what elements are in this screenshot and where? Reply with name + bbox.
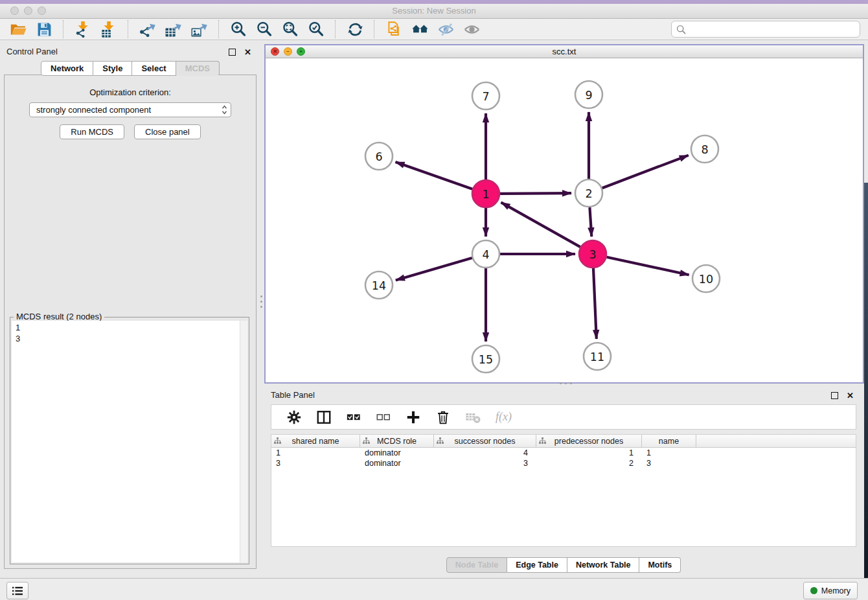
svg-text:15: 15 — [479, 353, 493, 366]
mcds-result-area[interactable]: 13 — [12, 321, 247, 562]
close-panel-icon[interactable]: ✕ — [244, 48, 251, 56]
graph-node-11[interactable]: 11 — [584, 343, 611, 370]
function-builder-icon[interactable]: f(x) — [496, 410, 512, 424]
graph-edge-2-3[interactable] — [589, 207, 591, 237]
float-table-panel-icon[interactable] — [831, 392, 838, 399]
table-row[interactable]: 1dominator411 — [271, 448, 856, 458]
import-table-icon[interactable] — [98, 19, 120, 39]
run-mcds-button[interactable]: Run MCDS — [60, 124, 124, 139]
cell-MCDS-role[interactable]: dominator — [360, 459, 434, 468]
tab-select[interactable]: Select — [132, 61, 176, 76]
window-title: Session: New Session — [0, 6, 868, 16]
close-table-panel-icon[interactable]: ✕ — [847, 391, 854, 400]
delete-column-icon[interactable] — [462, 408, 484, 427]
graph-node-4[interactable]: 4 — [472, 240, 499, 268]
tab-edge-table[interactable]: Edge Table — [507, 557, 567, 573]
toolbar-separator — [128, 20, 129, 38]
result-scrollbar[interactable] — [240, 321, 247, 562]
add-row-icon[interactable] — [402, 408, 424, 427]
memory-button[interactable]: Memory — [803, 582, 858, 599]
tab-network-table[interactable]: Network Table — [567, 557, 640, 573]
column-header-MCDS-role[interactable]: MCDS role — [360, 435, 434, 447]
svg-text:1: 1 — [482, 188, 489, 201]
cell-name[interactable]: 1 — [642, 448, 696, 457]
search-input[interactable] — [689, 24, 860, 35]
table-panel: Table Panel ✕ f(x) shared nameMCDS roles… — [264, 387, 863, 575]
import-network-icon[interactable] — [72, 19, 94, 39]
cell-name[interactable]: 3 — [642, 459, 696, 468]
network-from-selection-icon[interactable] — [383, 19, 405, 39]
network-window-titlebar[interactable]: ✕ − + scc.txt — [266, 45, 863, 58]
cell-shared-name[interactable]: 3 — [271, 459, 360, 468]
cell-predecessor-nodes[interactable]: 1 — [536, 448, 642, 457]
export-image-icon[interactable] — [188, 19, 211, 39]
graph-node-10[interactable]: 10 — [692, 265, 720, 292]
tab-node-table[interactable]: Node Table — [446, 557, 507, 573]
column-header-successor-nodes[interactable]: successor nodes — [434, 435, 536, 447]
control-panel: Control Panel ✕ NetworkStyleSelectMCDS O… — [0, 44, 260, 575]
table-panel-header: Table Panel ✕ — [264, 387, 863, 403]
table-settings-icon[interactable] — [283, 408, 305, 427]
graph-node-2[interactable]: 2 — [575, 179, 602, 207]
column-header-name[interactable]: name — [642, 435, 696, 447]
cell-MCDS-role[interactable]: dominator — [360, 448, 434, 457]
first-neighbors-icon[interactable] — [409, 19, 431, 39]
tab-mcds[interactable]: MCDS — [176, 61, 220, 76]
svg-text:14: 14 — [372, 279, 386, 292]
zoom-in-icon[interactable] — [227, 19, 249, 39]
graph-node-14[interactable]: 14 — [365, 271, 393, 299]
control-panel-tabs: NetworkStyleSelectMCDS — [0, 61, 260, 76]
toolbar-icon-group — [5, 19, 485, 39]
graph-edge-4-14[interactable] — [396, 258, 472, 280]
cell-shared-name[interactable]: 1 — [271, 448, 360, 457]
apply-layout-icon[interactable] — [344, 19, 366, 39]
graph-edge-3-11[interactable] — [593, 268, 597, 339]
table-tabs: Node TableEdge TableNetwork TableMotifs — [264, 557, 863, 573]
select-all-rows-icon[interactable] — [343, 408, 365, 427]
zoom-selected-icon[interactable] — [305, 19, 327, 39]
tab-network[interactable]: Network — [41, 61, 93, 76]
column-header-predecessor-nodes[interactable]: predecessor nodes — [536, 435, 642, 447]
deselect-all-rows-icon[interactable] — [372, 408, 394, 427]
panel-splitter-vertical[interactable] — [260, 293, 262, 310]
task-history-button[interactable] — [6, 582, 29, 599]
graph-edge-2-8[interactable] — [602, 156, 689, 189]
cell-successor-nodes[interactable]: 3 — [434, 459, 536, 468]
cell-successor-nodes[interactable]: 4 — [434, 448, 536, 457]
graph-node-1[interactable]: 1 — [472, 180, 499, 207]
show-all-icon[interactable] — [461, 19, 483, 39]
graph-edge-3-1[interactable] — [501, 202, 580, 247]
network-canvas[interactable]: 7968124314101511 — [266, 58, 863, 382]
cell-predecessor-nodes[interactable]: 2 — [536, 459, 642, 468]
zoom-fit-icon[interactable] — [279, 19, 301, 39]
graph-node-3[interactable]: 3 — [579, 240, 606, 268]
toolbar-separator — [335, 20, 336, 38]
network-graph[interactable]: 7968124314101511 — [266, 58, 863, 382]
graph-node-15[interactable]: 15 — [472, 345, 499, 373]
search-box[interactable] — [671, 21, 860, 38]
hide-selection-icon[interactable] — [435, 19, 457, 39]
close-panel-button[interactable]: Close panel — [134, 124, 201, 139]
graph-node-7[interactable]: 7 — [472, 82, 499, 110]
open-file-icon[interactable] — [7, 19, 29, 39]
export-network-icon[interactable] — [137, 19, 159, 39]
mac-titlebar: Session: New Session — [0, 4, 868, 19]
save-session-icon[interactable] — [33, 19, 55, 39]
float-panel-icon[interactable] — [229, 49, 236, 56]
graph-node-8[interactable]: 8 — [691, 135, 718, 163]
column-header-shared-name[interactable]: shared name — [271, 435, 360, 447]
graph-node-9[interactable]: 9 — [575, 81, 602, 108]
delete-row-icon[interactable] — [432, 408, 454, 427]
export-table-icon[interactable] — [163, 19, 185, 39]
panel-splitter-horizontal[interactable] — [557, 382, 574, 384]
graph-edge-1-6[interactable] — [396, 162, 473, 189]
tab-motifs[interactable]: Motifs — [639, 557, 681, 573]
show-columns-icon[interactable] — [313, 408, 335, 427]
graph-node-6[interactable]: 6 — [365, 143, 393, 170]
criterion-select[interactable]: strongly connected component — [29, 102, 231, 117]
table-row[interactable]: 3dominator323 — [271, 458, 856, 468]
graph-edge-1-2[interactable] — [500, 193, 571, 194]
tab-style[interactable]: Style — [93, 61, 132, 76]
graph-edge-3-10[interactable] — [607, 257, 689, 275]
zoom-out-icon[interactable] — [253, 19, 275, 39]
